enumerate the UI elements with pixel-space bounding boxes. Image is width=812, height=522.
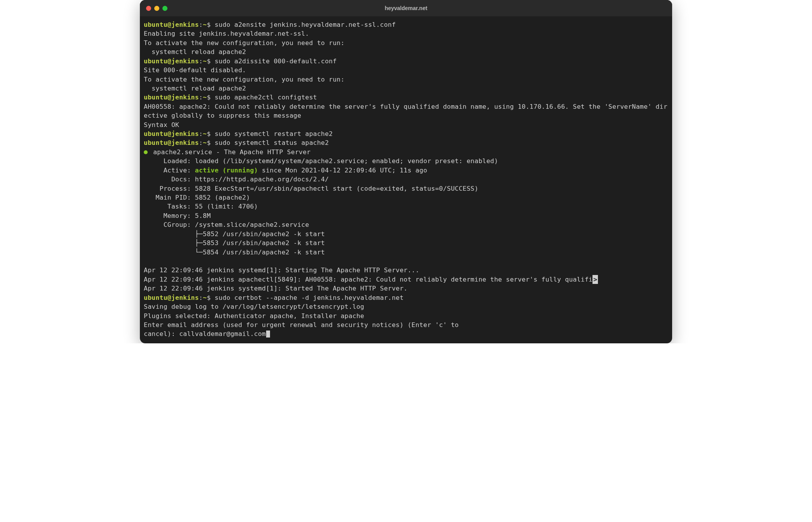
status-header: apache2.service - The Apache HTTP Server: [149, 148, 311, 156]
status-tasks: Tasks: 55 (limit: 4706): [144, 202, 668, 211]
log-line: Apr 12 22:09:46 jenkins apachectl[5849]:…: [144, 276, 592, 283]
status-mainpid: Main PID: 5852 (apache2): [144, 193, 668, 202]
log-line: Apr 12 22:09:46 jenkins systemd[1]: Star…: [144, 284, 668, 293]
output-line: Enabling site jenkins.heyvaldemar.net-ss…: [144, 29, 668, 38]
prompt-symbol: $: [207, 94, 211, 101]
status-loaded: Loaded: loaded (/lib/systemd/system/apac…: [144, 157, 668, 165]
command-restart: sudo systemctl restart apache2: [214, 130, 333, 137]
prompt-path: ~: [203, 294, 207, 301]
title-bar: heyvaldemar.net: [140, 0, 672, 16]
close-icon[interactable]: [146, 6, 151, 11]
prompt-symbol: $: [207, 21, 211, 28]
status-bullet-icon: [144, 150, 148, 154]
prompt-symbol: $: [207, 139, 211, 146]
prompt-colon: :: [199, 139, 203, 146]
output-line: To activate the new configuration, you n…: [144, 75, 668, 84]
terminal-body[interactable]: ubuntu@jenkins:~$ sudo a2ensite jenkins.…: [140, 16, 672, 343]
certbot-output: Plugins selected: Authenticator apache, …: [144, 311, 668, 320]
cursor-icon: [266, 331, 270, 338]
prompt-user-host: ubuntu@jenkins: [144, 21, 199, 28]
prompt-user-host: ubuntu@jenkins: [144, 94, 199, 101]
prompt-colon: :: [199, 57, 203, 65]
prompt-symbol: $: [207, 57, 211, 65]
window-title: heyvaldemar.net: [140, 5, 672, 11]
log-line: Apr 12 22:09:46 jenkins systemd[1]: Star…: [144, 266, 668, 275]
prompt-user-host: ubuntu@jenkins: [144, 139, 199, 146]
prompt-colon: :: [199, 130, 203, 137]
maximize-icon[interactable]: [162, 6, 167, 11]
status-cgroup: CGroup: /system.slice/apache2.service: [144, 220, 668, 229]
prompt-user-host: ubuntu@jenkins: [144, 130, 199, 137]
prompt-path: ~: [203, 130, 207, 137]
terminal-window: heyvaldemar.net ubuntu@jenkins:~$ sudo a…: [140, 0, 672, 343]
prompt-symbol: $: [207, 130, 211, 137]
email-input[interactable]: callvaldemar@gmail.com: [179, 330, 266, 338]
prompt-user-host: ubuntu@jenkins: [144, 294, 199, 301]
status-cgroup-item: └─5854 /usr/sbin/apache2 -k start: [144, 248, 668, 257]
certbot-output: Enter email address (used for urgent ren…: [144, 320, 668, 329]
output-line: Syntax OK: [144, 120, 668, 129]
output-line: To activate the new configuration, you n…: [144, 38, 668, 47]
prompt-colon: :: [199, 94, 203, 101]
prompt-user-host: ubuntu@jenkins: [144, 57, 199, 65]
status-active-value: active (running): [195, 167, 258, 174]
command-configtest: sudo apache2ctl configtest: [214, 94, 317, 101]
output-line: systemctl reload apache2: [144, 84, 668, 93]
output-line: systemctl reload apache2: [144, 47, 668, 56]
command-a2ensite: sudo a2ensite jenkins.heyvaldemar.net-ss…: [214, 21, 396, 28]
traffic-lights: [146, 6, 167, 11]
status-active-label: Active:: [144, 167, 195, 174]
command-a2dissite: sudo a2dissite 000-default.conf: [214, 57, 336, 65]
prompt-path: ~: [203, 139, 207, 146]
status-cgroup-item: ├─5853 /usr/sbin/apache2 -k start: [144, 238, 668, 247]
minimize-icon[interactable]: [154, 6, 159, 11]
prompt-path: ~: [203, 21, 207, 28]
status-process: Process: 5828 ExecStart=/usr/sbin/apache…: [144, 184, 668, 193]
status-active-since: since Mon 2021-04-12 22:09:46 UTC; 11s a…: [258, 167, 427, 174]
certbot-cancel-label: cancel):: [144, 330, 179, 338]
certbot-output: Saving debug log to /var/log/letsencrypt…: [144, 302, 668, 311]
output-line: AH00558: apache2: Could not reliably det…: [144, 102, 668, 120]
status-docs: Docs: https://httpd.apache.org/docs/2.4/: [144, 175, 668, 184]
command-certbot: sudo certbot --apache -d jenkins.heyvald…: [214, 294, 403, 301]
prompt-path: ~: [203, 57, 207, 65]
status-cgroup-item: ├─5852 /usr/sbin/apache2 -k start: [144, 230, 668, 238]
status-memory: Memory: 5.8M: [144, 211, 668, 220]
scroll-indicator-icon: >: [592, 275, 598, 284]
prompt-path: ~: [203, 94, 207, 101]
prompt-colon: :: [199, 21, 203, 28]
command-status: sudo systemctl status apache2: [214, 139, 329, 146]
prompt-colon: :: [199, 294, 203, 301]
prompt-symbol: $: [207, 294, 211, 301]
output-line: Site 000-default disabled.: [144, 66, 668, 75]
